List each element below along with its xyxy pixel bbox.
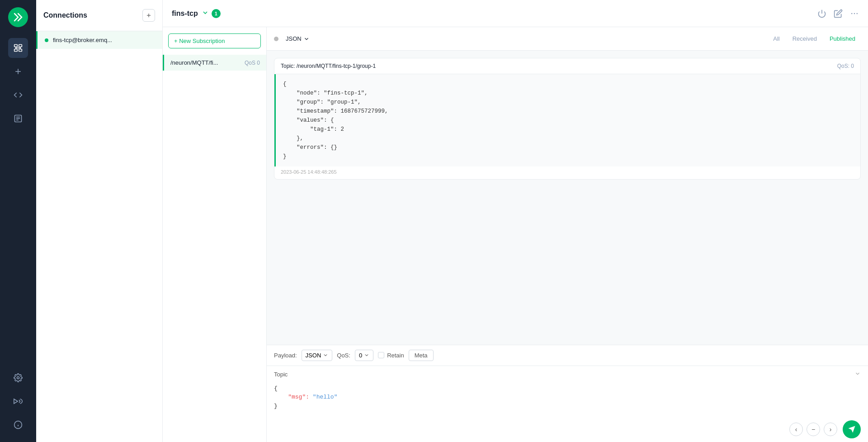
sidebar-item-connections[interactable]: [8, 38, 28, 58]
message-body-line: {: [283, 80, 853, 89]
svg-rect-0: [14, 45, 18, 47]
retain-checkbox[interactable]: [378, 352, 384, 358]
more-button[interactable]: [850, 9, 859, 18]
message-body-line: "timestamp": 1687675727999,: [283, 107, 853, 116]
topic-label: Topic: [274, 371, 288, 378]
payload-line-1: {: [274, 384, 861, 393]
new-subscription-button[interactable]: + New Subscription: [168, 33, 261, 48]
filter-tab-all[interactable]: All: [768, 33, 785, 44]
message-body-line: "tag-1": 2: [283, 125, 853, 134]
filter-tab-published[interactable]: Published: [824, 33, 861, 44]
qos-label: QoS:: [337, 352, 350, 359]
icon-sidebar: [0, 0, 36, 442]
connection-status-dot: [45, 38, 48, 42]
payload-editor[interactable]: { "msg": "hello" }: [274, 382, 861, 413]
publish-footer: ‹ − ›: [267, 417, 868, 442]
next-message-button[interactable]: ›: [824, 423, 837, 436]
svg-point-20: [851, 13, 853, 14]
send-button[interactable]: [843, 420, 861, 438]
header-actions: [817, 9, 859, 18]
filter-tab-received[interactable]: Received: [787, 33, 822, 44]
message-body: { "node": "fins-tcp-1", "group": "group-…: [274, 74, 860, 166]
connection-item-fins-tcp[interactable]: fins-tcp@broker.emq...: [36, 31, 162, 49]
main-area: fins-tcp 1: [163, 0, 868, 442]
chevron-down-icon[interactable]: [202, 9, 209, 18]
topic-chevron-icon[interactable]: [854, 371, 861, 379]
publish-body: Topic { "msg": "hello" }: [267, 366, 868, 417]
content-area: + New Subscription /neuron/MQTT/fi... Qo…: [163, 27, 868, 442]
message-timestamp: 2023-06-25 14:48:48:265: [274, 166, 860, 179]
message-card: Topic: /neuron/MQTT/fins-tcp-1/group-1 Q…: [274, 58, 861, 180]
payload-label: Payload:: [274, 352, 297, 359]
nav-dash-button[interactable]: −: [807, 423, 820, 436]
connection-name: fins-tcp@broker.emq...: [53, 37, 112, 43]
qos-value: 0: [359, 352, 362, 359]
subscription-item[interactable]: /neuron/MQTT/fi... QoS 0: [163, 55, 266, 71]
sidebar-item-broadcast[interactable]: [8, 391, 28, 411]
messages-list: Topic: /neuron/MQTT/fins-tcp-1/group-1 Q…: [267, 51, 868, 345]
qos-select[interactable]: 0: [355, 350, 373, 361]
connection-label: fins-tcp: [172, 10, 198, 18]
logo[interactable]: [8, 7, 28, 27]
message-body-line: "node": "fins-tcp-1",: [283, 89, 853, 98]
power-button[interactable]: [817, 9, 826, 18]
format-status-dot: [274, 37, 278, 41]
sidebar-item-add[interactable]: [8, 62, 28, 81]
subscription-qos: QoS 0: [245, 60, 260, 66]
edit-button[interactable]: [834, 9, 843, 18]
svg-point-13: [17, 377, 19, 379]
top-header: fins-tcp 1: [163, 0, 868, 27]
subscription-topic: /neuron/MQTT/fi...: [170, 59, 218, 66]
message-header: Topic: /neuron/MQTT/fins-tcp-1/group-1 Q…: [274, 58, 860, 74]
svg-rect-2: [14, 49, 18, 52]
retain-label: Retain: [387, 352, 404, 359]
connections-title: Connections: [43, 11, 87, 19]
connection-count-badge: 1: [212, 9, 221, 18]
add-connection-button[interactable]: [142, 9, 155, 22]
sidebar-item-scripts[interactable]: [8, 85, 28, 105]
svg-point-22: [857, 13, 858, 14]
message-body-line: },: [283, 134, 853, 143]
message-body-line: "group": "group-1",: [283, 98, 853, 107]
filter-tabs: All Received Published: [768, 33, 861, 44]
sidebar-item-settings[interactable]: [8, 368, 28, 388]
topic-row: Topic: [274, 371, 861, 379]
message-body-line: }: [283, 152, 853, 161]
payload-line-2: "msg": "hello": [274, 393, 861, 402]
message-body-line: "errors": {}: [283, 143, 853, 152]
retain-checkbox-container[interactable]: Retain: [378, 352, 404, 359]
meta-button[interactable]: Meta: [409, 350, 434, 361]
subscriptions-panel: + New Subscription /neuron/MQTT/fi... Qo…: [163, 27, 267, 442]
sidebar-item-info[interactable]: [8, 415, 28, 435]
sidebar-item-logs[interactable]: [8, 109, 28, 128]
message-qos: QoS: 0: [837, 63, 854, 69]
messages-toolbar: JSON All Received Published: [267, 27, 868, 51]
publish-toolbar: Payload: JSON QoS: 0: [267, 345, 868, 366]
format-select[interactable]: JSON: [282, 33, 313, 44]
svg-point-21: [854, 13, 855, 14]
prev-message-button[interactable]: ‹: [789, 423, 803, 436]
payload-line-3: }: [274, 402, 861, 411]
messages-panel: JSON All Received Published Topic: /neur…: [267, 27, 868, 442]
publish-area: Payload: JSON QoS: 0: [267, 345, 868, 442]
connections-header: Connections: [36, 0, 162, 31]
payload-format-select[interactable]: JSON: [302, 350, 333, 361]
format-value: JSON: [286, 35, 302, 42]
message-body-line: "values": {: [283, 116, 853, 125]
connections-panel: Connections fins-tcp@broker.emq...: [36, 0, 163, 442]
payload-format-value: JSON: [306, 352, 321, 359]
svg-rect-1: [19, 45, 22, 47]
svg-rect-3: [19, 49, 22, 52]
message-topic: Topic: /neuron/MQTT/fins-tcp-1/group-1: [281, 63, 376, 69]
